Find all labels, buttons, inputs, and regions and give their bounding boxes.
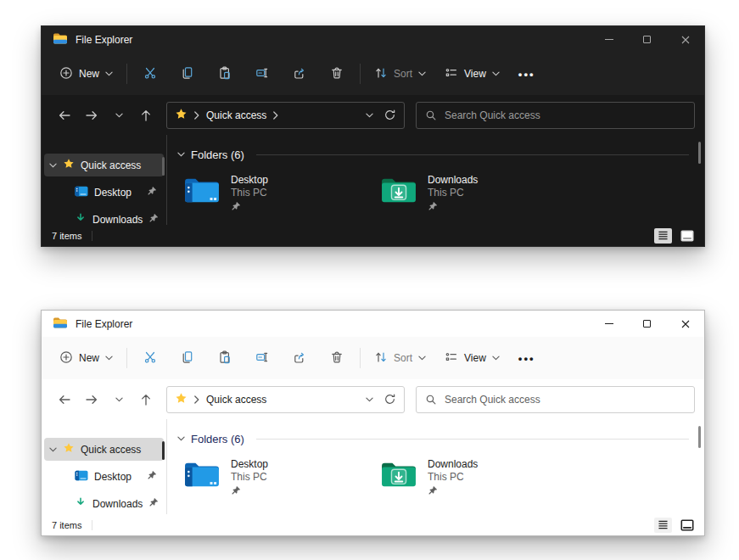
copy-button[interactable] <box>169 344 206 372</box>
pin-icon <box>428 201 478 215</box>
sidebar-item-label: Downloads <box>92 498 143 510</box>
chevron-down-icon <box>49 163 57 168</box>
forward-button[interactable] <box>78 102 105 129</box>
search-icon <box>425 109 437 121</box>
sidebar-item-desktop[interactable]: Desktop <box>44 181 164 204</box>
rename-button[interactable] <box>244 59 281 88</box>
sidebar-item-quick-access[interactable]: Quick access <box>44 154 164 176</box>
large-icons-view-button[interactable] <box>678 518 696 533</box>
back-button[interactable] <box>51 102 78 129</box>
items-view: Folders (6) Desktop This PC Downloads <box>167 135 704 225</box>
sidebar-item-desktop[interactable]: Desktop <box>44 465 164 488</box>
sidebar-scrollbar-thumb[interactable] <box>162 157 165 176</box>
desktop-folder-icon <box>182 457 221 499</box>
file-explorer-window-light: File Explorer New <box>41 310 705 536</box>
close-button[interactable] <box>666 26 704 53</box>
content-scrollbar-thumb[interactable] <box>698 426 701 448</box>
share-button[interactable] <box>281 344 318 372</box>
address-bar[interactable]: Quick access <box>166 386 405 413</box>
sidebar-item-downloads[interactable]: Downloads <box>44 492 164 515</box>
status-divider <box>92 231 92 241</box>
close-icon <box>681 36 690 44</box>
search-box[interactable] <box>416 102 695 129</box>
maximize-button[interactable] <box>628 26 666 53</box>
chevron-right-icon <box>273 111 278 120</box>
view-button[interactable]: View <box>435 344 509 372</box>
delete-button[interactable] <box>318 59 356 88</box>
chevron-down-icon <box>492 71 500 76</box>
copy-button[interactable] <box>169 59 206 88</box>
details-view-button[interactable] <box>654 228 672 244</box>
up-button[interactable] <box>132 102 160 129</box>
sort-arrows-icon <box>374 66 388 82</box>
content-area: Quick access Desktop Downloads Folders (… <box>42 135 704 225</box>
content-scrollbar-thumb[interactable] <box>698 142 701 164</box>
minimize-button[interactable] <box>590 311 628 337</box>
sort-button[interactable]: Sort <box>365 59 435 88</box>
rename-button[interactable] <box>244 344 281 372</box>
minimize-button[interactable] <box>590 26 628 53</box>
share-icon <box>293 66 306 82</box>
toolbar-divider <box>126 64 127 84</box>
search-input[interactable] <box>445 109 686 121</box>
sidebar-item-downloads[interactable]: Downloads <box>44 208 164 231</box>
see-more-button[interactable]: ••• <box>509 344 545 372</box>
address-bar[interactable]: Quick access <box>166 102 405 129</box>
search-input[interactable] <box>445 394 686 406</box>
new-button[interactable]: New <box>50 344 122 372</box>
paste-button[interactable] <box>206 59 244 88</box>
recent-locations-button[interactable] <box>105 102 132 129</box>
sort-button[interactable]: Sort <box>365 344 435 372</box>
breadcrumb-location[interactable]: Quick access <box>206 394 266 406</box>
refresh-button[interactable] <box>383 109 396 121</box>
cut-button[interactable] <box>132 344 169 372</box>
status-bar: 7 items <box>42 514 704 535</box>
navigation-pane: Quick access Desktop Downloads <box>42 419 167 514</box>
folder-tile-desktop[interactable]: Desktop This PC <box>177 455 374 501</box>
folder-tile-downloads[interactable]: Downloads This PC <box>374 455 571 501</box>
folders-group-header[interactable]: Folders (6) <box>177 431 689 446</box>
breadcrumb-location[interactable]: Quick access <box>206 109 266 121</box>
titlebar[interactable]: File Explorer <box>42 26 704 53</box>
maximize-icon <box>643 36 651 43</box>
titlebar[interactable]: File Explorer <box>42 311 704 337</box>
quick-access-star-icon <box>175 392 188 407</box>
share-button[interactable] <box>281 59 318 88</box>
tile-location: This PC <box>428 471 478 484</box>
maximize-button[interactable] <box>628 311 666 337</box>
arrow-up-icon <box>139 109 153 122</box>
caption-controls <box>590 311 704 337</box>
new-button[interactable]: New <box>50 59 122 88</box>
back-button[interactable] <box>51 386 78 413</box>
sidebar-item-quick-access[interactable]: Quick access <box>44 438 164 461</box>
view-button[interactable]: View <box>435 59 509 88</box>
large-icons-view-button[interactable] <box>678 228 696 244</box>
address-dropdown-button[interactable] <box>366 113 373 118</box>
downloads-icon <box>75 212 87 227</box>
address-dropdown-button[interactable] <box>366 397 373 402</box>
details-view-button[interactable] <box>654 518 672 533</box>
sidebar-item-label: Downloads <box>92 214 143 226</box>
forward-button[interactable] <box>78 386 105 413</box>
folder-tile-downloads[interactable]: Downloads This PC <box>374 171 571 217</box>
rename-icon <box>255 350 269 367</box>
tile-location: This PC <box>428 187 478 199</box>
paste-button[interactable] <box>206 344 244 372</box>
recent-locations-button[interactable] <box>105 386 132 413</box>
search-box[interactable] <box>416 386 695 413</box>
sidebar-scrollbar-thumb[interactable] <box>162 441 165 460</box>
delete-button[interactable] <box>318 344 356 372</box>
folders-group-header[interactable]: Folders (6) <box>177 147 689 162</box>
pin-icon <box>148 497 159 510</box>
see-more-button[interactable]: ••• <box>509 59 545 88</box>
up-button[interactable] <box>132 386 160 413</box>
tile-name: Desktop <box>231 458 268 471</box>
refresh-button[interactable] <box>383 393 396 406</box>
sidebar-item-label: Desktop <box>94 471 132 483</box>
view-button-label: View <box>464 352 486 364</box>
chevron-down-icon <box>115 397 123 402</box>
folder-tile-desktop[interactable]: Desktop This PC <box>177 171 374 217</box>
close-button[interactable] <box>666 311 704 337</box>
cut-button[interactable] <box>132 59 169 88</box>
sidebar-item-label: Quick access <box>81 160 141 171</box>
